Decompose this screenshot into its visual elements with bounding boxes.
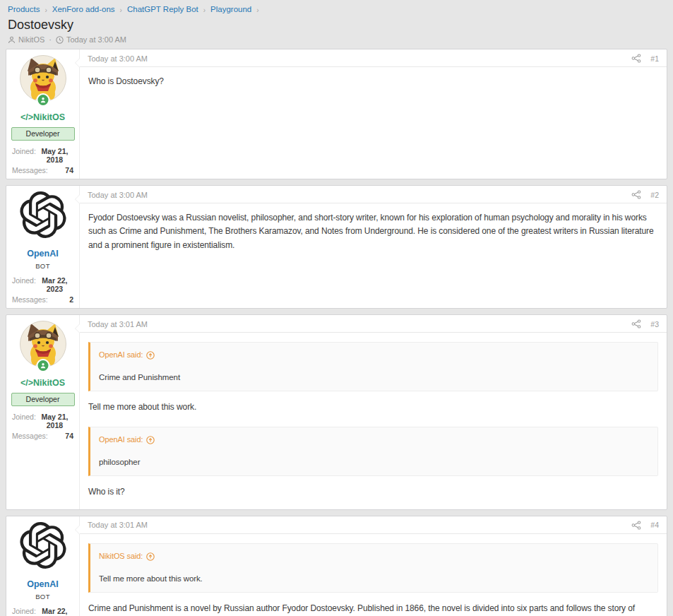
- joined-value: Mar 22, 2023: [36, 276, 73, 293]
- thread-date-link[interactable]: Today at 3:00 AM: [66, 35, 126, 44]
- post-author-panel: </>NikitOS Developer Joined: May 21, 201…: [6, 49, 80, 179]
- post-paragraph: Tell me more about this work.: [88, 401, 658, 414]
- messages-value[interactable]: 74: [65, 166, 73, 174]
- breadcrumb-link[interactable]: XenForo add-ons: [52, 5, 115, 13]
- joined-row: Joined: Mar 22, 2023: [12, 276, 73, 293]
- person-icon: [40, 97, 46, 103]
- person-icon: [40, 362, 46, 369]
- post-author-panel: OpenAI BOT Joined: Mar 22, 2023 Messages…: [6, 516, 80, 616]
- quote-text: Tell me more about this work.: [99, 573, 649, 584]
- post-content-cell: Today at 3:01 AM #3 OpenAI said:: [80, 315, 667, 509]
- quote-attribution-link[interactable]: OpenAI said:: [99, 349, 143, 362]
- post-number-link[interactable]: #3: [650, 320, 659, 328]
- user-avatar[interactable]: [19, 522, 67, 569]
- post-paragraph: Fyodor Dostoevsky was a Russian novelist…: [88, 211, 658, 252]
- forum-post: OpenAI BOT Joined: Mar 22, 2023 Messages…: [6, 516, 667, 616]
- arrow-up-circle-icon[interactable]: [146, 351, 155, 360]
- post-content-cell: Today at 3:01 AM #4 NikitOS said:: [80, 516, 667, 616]
- post-timestamp-link[interactable]: Today at 3:00 AM: [88, 54, 148, 63]
- breadcrumb-link[interactable]: Products: [8, 5, 40, 13]
- messages-value[interactable]: 74: [65, 432, 73, 440]
- post-list: </>NikitOS Developer Joined: May 21, 201…: [0, 49, 673, 616]
- post-paragraph: Who is it?: [88, 485, 658, 499]
- forum-post: OpenAI BOT Joined: Mar 22, 2023 Messages…: [6, 185, 667, 309]
- meta-separator: ·: [49, 35, 52, 44]
- post-number-link[interactable]: #4: [650, 521, 659, 529]
- post-header: Today at 3:00 AM #1: [80, 49, 667, 67]
- share-icon[interactable]: [631, 521, 641, 530]
- post-number-link[interactable]: #2: [650, 191, 659, 199]
- messages-row: Messages: 74: [12, 166, 73, 174]
- joined-label: Joined:: [12, 276, 36, 293]
- username-link[interactable]: OpenAI: [11, 579, 75, 590]
- user-role-banner: Developer: [11, 127, 75, 141]
- post-header: Today at 3:01 AM #4: [80, 516, 667, 534]
- openai-logo-avatar: [20, 191, 66, 238]
- page-header: Products›XenForo add-ons›ChatGPT Reply B…: [0, 0, 673, 49]
- thread-meta: NikitOS · Today at 3:00 AM: [8, 35, 665, 44]
- chevron-right-icon: ›: [256, 5, 258, 14]
- joined-value: May 21, 2018: [36, 147, 73, 164]
- joined-value: Mar 22, 2023: [36, 607, 73, 616]
- post-timestamp-link[interactable]: Today at 3:01 AM: [88, 521, 148, 529]
- quote-text: Crime and Punishment: [99, 372, 649, 383]
- messages-label: Messages:: [12, 432, 48, 440]
- openai-logo-avatar: [20, 522, 66, 569]
- bot-label: BOT: [11, 262, 75, 270]
- joined-label: Joined:: [12, 607, 36, 616]
- forum-post: </>NikitOS Developer Joined: May 21, 201…: [6, 314, 667, 510]
- joined-label: Joined:: [12, 147, 36, 164]
- post-timestamp-link[interactable]: Today at 3:01 AM: [88, 320, 148, 328]
- username-link[interactable]: </>NikitOS: [11, 378, 75, 389]
- share-icon[interactable]: [631, 190, 641, 199]
- post-paragraph: Crime and Punishment is a novel by Russi…: [88, 602, 658, 616]
- quote-attribution-link[interactable]: OpenAI said:: [99, 434, 143, 446]
- joined-row: Joined: May 21, 2018: [12, 413, 73, 430]
- messages-label: Messages:: [12, 295, 48, 304]
- post-content-cell: Today at 3:00 AM #1 Who is Dostoevsky?: [80, 49, 667, 179]
- user-status-badge: [36, 359, 49, 372]
- post-number-link[interactable]: #1: [650, 54, 659, 63]
- share-icon[interactable]: [631, 54, 641, 63]
- post-header: Today at 3:01 AM #3: [80, 315, 667, 333]
- post-author-panel: </>NikitOS Developer Joined: May 21, 201…: [6, 315, 80, 509]
- thread-title: Dostoevsky: [8, 18, 665, 32]
- chevron-right-icon: ›: [203, 5, 206, 14]
- clock-icon: [56, 36, 64, 44]
- post-body: Fyodor Dostoevsky was a Russian novelist…: [80, 203, 667, 262]
- post-body: NikitOS said: Tell me more about this wo…: [80, 534, 667, 616]
- arrow-up-circle-icon[interactable]: [146, 436, 155, 444]
- username-link[interactable]: OpenAI: [11, 249, 75, 259]
- quote-header: OpenAI said:: [99, 349, 649, 362]
- quote-text: philosopher: [99, 456, 649, 468]
- forum-post: </>NikitOS Developer Joined: May 21, 201…: [6, 49, 667, 179]
- joined-row: Joined: May 21, 2018: [12, 147, 73, 164]
- post-header: Today at 3:00 AM #2: [80, 186, 667, 203]
- chevron-right-icon: ›: [120, 5, 122, 14]
- user-status-badge: [36, 93, 49, 107]
- post-author-panel: OpenAI BOT Joined: Mar 22, 2023 Messages…: [6, 186, 80, 308]
- post-body: Who is Dostoevsky?: [80, 67, 667, 98]
- messages-value[interactable]: 2: [69, 295, 73, 304]
- quote-header: NikitOS said:: [99, 550, 649, 563]
- quote-block: OpenAI said: Crime and Punishment: [88, 342, 658, 391]
- share-icon[interactable]: [631, 319, 641, 328]
- breadcrumb: Products›XenForo add-ons›ChatGPT Reply B…: [8, 5, 665, 13]
- quote-attribution-link[interactable]: NikitOS said:: [99, 550, 143, 563]
- quote-header: OpenAI said:: [99, 434, 649, 446]
- thread-author-link[interactable]: NikitOS: [18, 35, 44, 44]
- quote-block: OpenAI said: philosopher: [88, 427, 658, 476]
- user-role-banner: Developer: [11, 393, 75, 406]
- post-body: OpenAI said: Crime and Punishment Tell m…: [80, 333, 667, 509]
- user-avatar[interactable]: [19, 191, 67, 238]
- breadcrumb-link[interactable]: ChatGPT Reply Bot: [127, 5, 198, 13]
- quote-block: NikitOS said: Tell me more about this wo…: [88, 543, 658, 593]
- person-icon: [8, 36, 16, 44]
- post-timestamp-link[interactable]: Today at 3:00 AM: [88, 191, 148, 199]
- username-link[interactable]: </>NikitOS: [11, 112, 75, 123]
- breadcrumb-link[interactable]: Playground: [210, 5, 251, 13]
- joined-row: Joined: Mar 22, 2023: [12, 607, 73, 616]
- arrow-up-circle-icon[interactable]: [146, 552, 155, 561]
- post-paragraph: Who is Dostoevsky?: [88, 75, 658, 88]
- joined-label: Joined:: [12, 413, 36, 430]
